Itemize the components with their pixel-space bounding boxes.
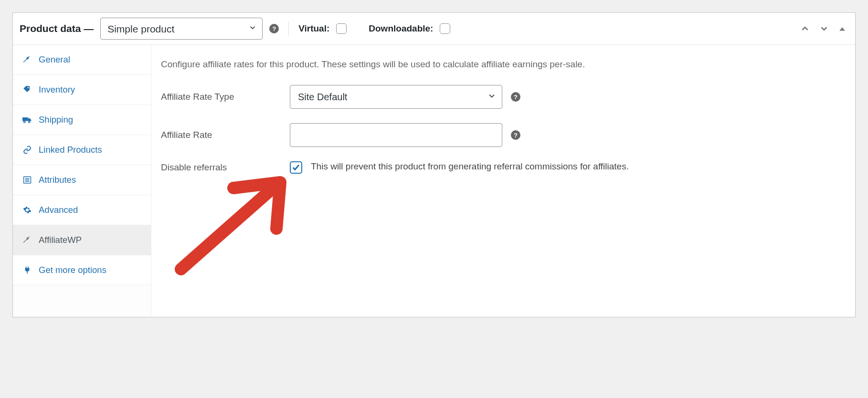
svg-point-3 xyxy=(29,121,30,123)
sidebar-item-label: Get more options xyxy=(39,265,106,275)
svg-rect-1 xyxy=(22,117,28,121)
virtual-label: Virtual: xyxy=(298,23,329,34)
product-type-select-wrap: Simple product xyxy=(100,18,263,40)
rate-type-label: Affiliate Rate Type xyxy=(161,92,281,102)
rate-input[interactable] xyxy=(290,123,502,147)
rate-type-row: Affiliate Rate Type Site Default ? xyxy=(161,85,846,109)
content-description: Configure affiliate rates for this produ… xyxy=(161,59,846,70)
help-icon[interactable]: ? xyxy=(269,24,279,33)
sidebar: General Inventory Shipping Linked Produc… xyxy=(13,45,151,317)
wrench-icon xyxy=(22,236,32,244)
product-data-panel: Product data — Simple product ? Virtual:… xyxy=(12,12,856,317)
chevron-up-icon[interactable] xyxy=(798,21,812,36)
sidebar-item-general[interactable]: General xyxy=(13,45,151,75)
panel-title: Product data — xyxy=(20,23,94,34)
downloadable-label: Downloadable: xyxy=(369,23,433,34)
virtual-checkbox[interactable] xyxy=(336,23,347,34)
sidebar-item-getmore[interactable]: Get more options xyxy=(13,255,151,285)
svg-point-2 xyxy=(24,121,25,123)
content-area: Configure affiliate rates for this produ… xyxy=(151,45,855,317)
sidebar-item-linked[interactable]: Linked Products xyxy=(13,135,151,165)
gear-icon xyxy=(22,206,32,214)
rate-row: Affiliate Rate ? xyxy=(161,123,846,147)
truck-icon xyxy=(22,115,32,124)
product-type-select[interactable]: Simple product xyxy=(100,18,263,40)
downloadable-checkbox[interactable] xyxy=(440,23,450,34)
disable-referrals-row: Disable referrals This will prevent this… xyxy=(161,161,846,174)
svg-marker-0 xyxy=(839,27,845,31)
help-icon[interactable]: ? xyxy=(511,130,520,140)
sidebar-item-label: Shipping xyxy=(39,115,73,125)
panel-header: Product data — Simple product ? Virtual:… xyxy=(13,13,855,45)
disable-description: This will prevent this product from gene… xyxy=(311,161,629,172)
chevron-down-icon[interactable] xyxy=(817,21,831,36)
panel-body: General Inventory Shipping Linked Produc… xyxy=(13,45,855,317)
link-icon xyxy=(22,146,32,154)
sidebar-item-label: Advanced xyxy=(39,205,78,215)
wrench-icon xyxy=(22,55,32,64)
disable-label: Disable referrals xyxy=(161,162,281,173)
list-icon xyxy=(22,176,32,184)
sidebar-item-inventory[interactable]: Inventory xyxy=(13,75,151,105)
sidebar-item-advanced[interactable]: Advanced xyxy=(13,195,151,225)
tag-icon xyxy=(22,85,32,94)
divider xyxy=(288,21,289,36)
collapse-icon[interactable] xyxy=(836,22,848,35)
plug-icon xyxy=(22,266,32,274)
sidebar-item-attributes[interactable]: Attributes xyxy=(13,165,151,195)
disable-referrals-checkbox[interactable] xyxy=(290,161,302,174)
sidebar-item-label: Inventory xyxy=(39,84,75,95)
rate-field: ? xyxy=(290,123,520,147)
sidebar-item-label: Attributes xyxy=(39,175,76,185)
sidebar-item-label: Linked Products xyxy=(39,145,102,155)
sidebar-item-label: AffiliateWP xyxy=(39,235,82,245)
header-controls xyxy=(798,21,848,36)
sidebar-item-affiliatewp[interactable]: AffiliateWP xyxy=(13,225,151,255)
rate-label: Affiliate Rate xyxy=(161,130,281,140)
help-icon[interactable]: ? xyxy=(511,92,520,102)
rate-type-field: Site Default ? xyxy=(290,85,520,109)
sidebar-item-label: General xyxy=(39,54,70,65)
annotation-arrow-icon xyxy=(167,174,300,279)
rate-type-select[interactable]: Site Default xyxy=(290,85,502,109)
disable-field: This will prevent this product from gene… xyxy=(290,161,629,174)
sidebar-item-shipping[interactable]: Shipping xyxy=(13,105,151,135)
